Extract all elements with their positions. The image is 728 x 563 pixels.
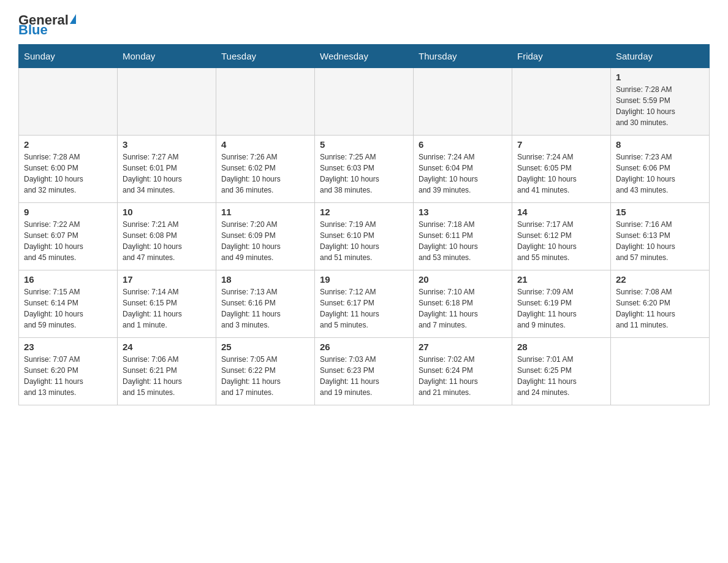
day-number: 9 [24,207,112,217]
calendar-week-row: 2Sunrise: 7:28 AMSunset: 6:00 PMDaylight… [19,136,710,203]
calendar-cell: 22Sunrise: 7:08 AMSunset: 6:20 PMDayligh… [611,270,710,338]
day-number: 8 [616,139,704,150]
day-number: 22 [616,274,704,285]
day-info: Sunrise: 7:14 AMSunset: 6:15 PMDaylight:… [123,286,211,331]
calendar-cell: 6Sunrise: 7:24 AMSunset: 6:04 PMDaylight… [414,136,512,203]
day-number: 10 [123,207,211,217]
day-info: Sunrise: 7:12 AMSunset: 6:17 PMDaylight:… [320,286,408,331]
day-info: Sunrise: 7:26 AMSunset: 6:02 PMDaylight:… [221,151,309,196]
day-info: Sunrise: 7:01 AMSunset: 6:25 PMDaylight:… [517,354,605,398]
calendar-week-row: 1Sunrise: 7:28 AMSunset: 5:59 PMDaylight… [19,68,710,136]
weekday-header-sunday: Sunday [19,45,118,68]
calendar-cell: 8Sunrise: 7:23 AMSunset: 6:06 PMDaylight… [611,136,710,203]
day-number: 6 [419,139,507,150]
day-number: 24 [123,342,211,352]
day-info: Sunrise: 7:21 AMSunset: 6:08 PMDaylight:… [123,219,211,263]
day-info: Sunrise: 7:07 AMSunset: 6:20 PMDaylight:… [24,354,112,398]
calendar-cell: 20Sunrise: 7:10 AMSunset: 6:18 PMDayligh… [414,270,512,338]
day-info: Sunrise: 7:10 AMSunset: 6:18 PMDaylight:… [419,286,507,331]
day-info: Sunrise: 7:05 AMSunset: 6:22 PMDaylight:… [221,354,309,398]
day-info: Sunrise: 7:15 AMSunset: 6:14 PMDaylight:… [24,286,112,331]
day-info: Sunrise: 7:28 AMSunset: 5:59 PMDaylight:… [616,84,704,128]
weekday-header-wednesday: Wednesday [315,45,414,68]
weekday-header-tuesday: Tuesday [216,45,315,68]
day-info: Sunrise: 7:27 AMSunset: 6:01 PMDaylight:… [123,151,211,196]
calendar-cell: 1Sunrise: 7:28 AMSunset: 5:59 PMDaylight… [611,68,710,136]
weekday-header-monday: Monday [118,45,216,68]
day-number: 16 [24,274,112,285]
day-info: Sunrise: 7:23 AMSunset: 6:06 PMDaylight:… [616,151,704,196]
logo: General Blue [18,12,77,38]
calendar-cell: 17Sunrise: 7:14 AMSunset: 6:15 PMDayligh… [118,270,216,338]
calendar-cell: 24Sunrise: 7:06 AMSunset: 6:21 PMDayligh… [118,338,216,405]
day-info: Sunrise: 7:06 AMSunset: 6:21 PMDaylight:… [123,354,211,398]
calendar-week-row: 16Sunrise: 7:15 AMSunset: 6:14 PMDayligh… [19,270,710,338]
calendar-header: SundayMondayTuesdayWednesdayThursdayFrid… [19,45,710,68]
calendar-cell: 18Sunrise: 7:13 AMSunset: 6:16 PMDayligh… [216,270,315,338]
day-number: 19 [320,274,408,285]
calendar-cell: 19Sunrise: 7:12 AMSunset: 6:17 PMDayligh… [315,270,414,338]
calendar-cell: 12Sunrise: 7:19 AMSunset: 6:10 PMDayligh… [315,203,414,270]
day-number: 2 [24,139,112,150]
day-info: Sunrise: 7:24 AMSunset: 6:04 PMDaylight:… [419,151,507,196]
calendar-cell [611,338,710,405]
day-number: 21 [517,274,605,285]
day-number: 26 [320,342,408,352]
calendar-cell: 9Sunrise: 7:22 AMSunset: 6:07 PMDaylight… [19,203,118,270]
day-info: Sunrise: 7:28 AMSunset: 6:00 PMDaylight:… [24,151,112,196]
day-number: 14 [517,207,605,217]
day-number: 7 [517,139,605,150]
calendar-cell [315,68,414,136]
calendar-cell [512,68,611,136]
calendar-cell: 5Sunrise: 7:25 AMSunset: 6:03 PMDaylight… [315,136,414,203]
day-info: Sunrise: 7:08 AMSunset: 6:20 PMDaylight:… [616,286,704,331]
day-info: Sunrise: 7:03 AMSunset: 6:23 PMDaylight:… [320,354,408,398]
page-header: General Blue [18,12,710,38]
day-number: 28 [517,342,605,352]
day-number: 27 [419,342,507,352]
day-info: Sunrise: 7:20 AMSunset: 6:09 PMDaylight:… [221,219,309,263]
calendar-cell [414,68,512,136]
day-info: Sunrise: 7:16 AMSunset: 6:13 PMDaylight:… [616,219,704,263]
day-info: Sunrise: 7:17 AMSunset: 6:12 PMDaylight:… [517,219,605,263]
day-info: Sunrise: 7:09 AMSunset: 6:19 PMDaylight:… [517,286,605,331]
logo-triangle-icon [70,14,76,24]
calendar-cell: 27Sunrise: 7:02 AMSunset: 6:24 PMDayligh… [414,338,512,405]
weekday-header-thursday: Thursday [414,45,512,68]
calendar-cell: 28Sunrise: 7:01 AMSunset: 6:25 PMDayligh… [512,338,611,405]
day-number: 20 [419,274,507,285]
day-info: Sunrise: 7:22 AMSunset: 6:07 PMDaylight:… [24,219,112,263]
day-number: 3 [123,139,211,150]
calendar-cell: 23Sunrise: 7:07 AMSunset: 6:20 PMDayligh… [19,338,118,405]
calendar-cell: 3Sunrise: 7:27 AMSunset: 6:01 PMDaylight… [118,136,216,203]
calendar-cell: 15Sunrise: 7:16 AMSunset: 6:13 PMDayligh… [611,203,710,270]
day-number: 5 [320,139,408,150]
calendar-cell: 7Sunrise: 7:24 AMSunset: 6:05 PMDaylight… [512,136,611,203]
day-number: 17 [123,274,211,285]
calendar-cell: 26Sunrise: 7:03 AMSunset: 6:23 PMDayligh… [315,338,414,405]
day-number: 15 [616,207,704,217]
calendar-cell [19,68,118,136]
day-info: Sunrise: 7:02 AMSunset: 6:24 PMDaylight:… [419,354,507,398]
day-number: 11 [221,207,309,217]
calendar-cell: 14Sunrise: 7:17 AMSunset: 6:12 PMDayligh… [512,203,611,270]
calendar-cell [216,68,315,136]
day-info: Sunrise: 7:18 AMSunset: 6:11 PMDaylight:… [419,219,507,263]
day-info: Sunrise: 7:25 AMSunset: 6:03 PMDaylight:… [320,151,408,196]
weekday-header-friday: Friday [512,45,611,68]
day-info: Sunrise: 7:24 AMSunset: 6:05 PMDaylight:… [517,151,605,196]
calendar-cell: 13Sunrise: 7:18 AMSunset: 6:11 PMDayligh… [414,203,512,270]
calendar-cell: 11Sunrise: 7:20 AMSunset: 6:09 PMDayligh… [216,203,315,270]
day-number: 23 [24,342,112,352]
calendar-week-row: 23Sunrise: 7:07 AMSunset: 6:20 PMDayligh… [19,338,710,405]
day-number: 1 [616,72,704,82]
day-number: 4 [221,139,309,150]
day-number: 13 [419,207,507,217]
calendar-cell: 4Sunrise: 7:26 AMSunset: 6:02 PMDaylight… [216,136,315,203]
day-number: 18 [221,274,309,285]
day-info: Sunrise: 7:13 AMSunset: 6:16 PMDaylight:… [221,286,309,331]
calendar-cell: 16Sunrise: 7:15 AMSunset: 6:14 PMDayligh… [19,270,118,338]
logo-blue-text: Blue [18,22,48,38]
calendar-week-row: 9Sunrise: 7:22 AMSunset: 6:07 PMDaylight… [19,203,710,270]
calendar-body: 1Sunrise: 7:28 AMSunset: 5:59 PMDaylight… [19,68,710,405]
